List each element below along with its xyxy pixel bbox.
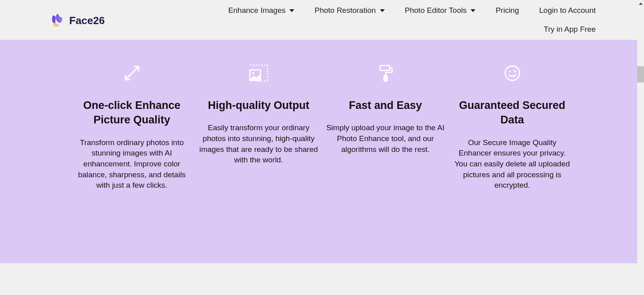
svg-point-5 xyxy=(252,72,254,74)
nav-photo-restoration[interactable]: Photo Restoration xyxy=(314,6,384,15)
svg-rect-7 xyxy=(384,76,387,81)
feature-title: High-quality Output xyxy=(208,98,310,113)
feature-fast: Fast and Easy Simply upload your image t… xyxy=(326,64,445,191)
nav-label: Try in App Free xyxy=(544,25,596,34)
svg-point-8 xyxy=(505,66,520,80)
chevron-down-icon xyxy=(289,9,294,12)
nav-label: Photo Editor Tools xyxy=(405,6,467,15)
chevron-down-icon xyxy=(471,9,475,12)
feature-enhance: One-click Enhance Picture Quality Transf… xyxy=(72,64,191,191)
feature-title: Fast and Easy xyxy=(349,98,422,113)
logo[interactable]: Face26 xyxy=(48,12,105,29)
svg-rect-6 xyxy=(380,66,390,70)
nav: Enhance Images Photo Restoration Photo E… xyxy=(228,6,596,34)
feature-desc: Transform ordinary photos into stunning … xyxy=(72,137,191,191)
feature-desc: Simply upload your image to the AI Photo… xyxy=(326,123,445,155)
nav-row-1: Enhance Images Photo Restoration Photo E… xyxy=(228,6,596,15)
nav-row-2: Try in App Free xyxy=(544,25,596,34)
image-select-icon xyxy=(249,64,268,82)
logo-icon xyxy=(48,12,65,29)
feature-desc: Easily transform your ordinary photos in… xyxy=(199,123,318,165)
expand-icon xyxy=(124,64,140,82)
nav-try-free[interactable]: Try in App Free xyxy=(544,25,596,34)
nav-pricing[interactable]: Pricing xyxy=(495,6,519,15)
features-grid: One-click Enhance Picture Quality Transf… xyxy=(72,64,572,191)
feature-desc: Our Secure Image Quality Enhancer ensure… xyxy=(453,137,572,191)
header: Face26 Enhance Images Photo Restoration … xyxy=(0,0,644,40)
nav-enhance-images[interactable]: Enhance Images xyxy=(228,6,295,15)
nav-photo-editor-tools[interactable]: Photo Editor Tools xyxy=(405,6,476,15)
feature-title: One-click Enhance Picture Quality xyxy=(72,98,191,127)
scroll-thumb[interactable] xyxy=(637,66,644,82)
feature-title: Guaranteed Secured Data xyxy=(453,98,572,127)
logo-text: Face26 xyxy=(69,14,105,27)
nav-label: Login to Account xyxy=(539,6,596,15)
paint-roller-icon xyxy=(378,64,394,82)
nav-label: Pricing xyxy=(495,6,519,15)
scroll-up-arrow[interactable] xyxy=(637,0,644,7)
svg-line-0 xyxy=(126,67,138,80)
nav-login[interactable]: Login to Account xyxy=(539,6,596,15)
feature-secure: Guaranteed Secured Data Our Secure Image… xyxy=(453,64,572,191)
feature-output: High-quality Output Easily transform you… xyxy=(199,64,318,191)
features-section: One-click Enhance Picture Quality Transf… xyxy=(0,40,644,263)
nav-label: Enhance Images xyxy=(228,6,286,15)
scrollbar[interactable] xyxy=(637,0,644,263)
nav-label: Photo Restoration xyxy=(314,6,376,15)
svg-point-9 xyxy=(509,71,511,72)
chevron-down-icon xyxy=(380,9,385,12)
smile-icon xyxy=(504,64,521,82)
